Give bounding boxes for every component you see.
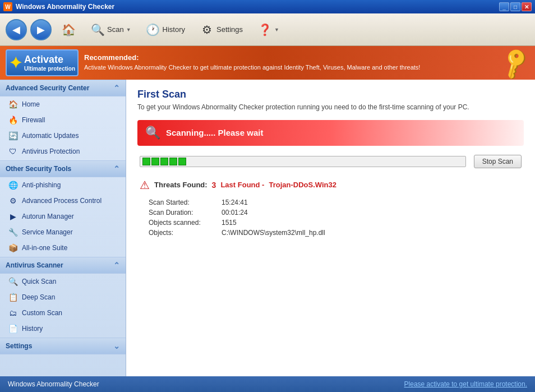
sidebar-item-quick-label: Quick Scan	[22, 278, 56, 285]
activate-label: Activate	[24, 54, 75, 66]
threats-icon: ⚠	[140, 178, 150, 192]
page-title: First Scan	[137, 89, 524, 100]
sidebar-item-process-control[interactable]: ⚙ Advanced Process Control	[0, 193, 126, 209]
sidebar-item-deep-scan[interactable]: 📋 Deep Scan	[0, 289, 126, 305]
sidebar-section4-title: Settings	[6, 342, 32, 350]
suite-icon: 📦	[8, 243, 18, 253]
sidebar-section-security: Advanced Security Center ⌃ 🏠 Home 🔥 Fire…	[0, 80, 126, 159]
banner-title: Recommended:	[84, 53, 529, 62]
collapse-icon-security: ⌃	[113, 84, 120, 93]
sidebar-item-autorun-label: Autorun Manager	[22, 213, 74, 220]
stat-row-objects: Objects: C:\WINDOWS\system32\mll_hp.dll	[149, 229, 524, 237]
stop-scan-button[interactable]: Stop Scan	[474, 155, 522, 168]
sidebar-header-scanner[interactable]: Antivirus Scanner ⌃	[0, 257, 126, 274]
stat-value-started: 15:24:41	[222, 199, 248, 206]
sidebar-header-security[interactable]: Advanced Security Center ⌃	[0, 80, 126, 96]
status-activate-link[interactable]: Please activate to get ultimate protecti…	[404, 380, 527, 388]
sidebar-item-all-in-one[interactable]: 📦 All-in-one Suite	[0, 240, 126, 256]
scan-icon: 🔍	[90, 22, 105, 37]
stat-value-duration: 00:01:24	[222, 209, 248, 216]
status-bar: Windows Abnormality Checker Please activ…	[0, 376, 535, 392]
sidebar-item-antivirus[interactable]: 🛡 Antivirus Protection	[0, 144, 126, 159]
sidebar-item-updates[interactable]: 🔄 Automatic Updates	[0, 128, 126, 144]
stat-label-started: Scan Started:	[149, 199, 222, 206]
last-found-label: Last Found -	[220, 181, 264, 189]
scan-label: Scan	[107, 25, 124, 34]
settings-button[interactable]: ⚙ Settings	[193, 20, 249, 40]
close-button[interactable]: ✕	[522, 2, 532, 11]
app-icon: W	[3, 2, 12, 11]
progress-block-1	[142, 158, 150, 165]
settings-label: Settings	[216, 25, 243, 34]
stat-row-objects-scanned: Objects scanned: 1515	[149, 219, 524, 227]
sidebar-item-custom-label: Custom Scan	[22, 309, 62, 317]
updates-icon: 🔄	[8, 131, 18, 141]
sidebar-item-home[interactable]: 🏠 Home	[0, 96, 126, 112]
title-bar: W Windows Abnormality Checker _ □ ✕	[0, 0, 535, 13]
stat-label-objects-scanned: Objects scanned:	[149, 219, 222, 227]
maximize-button[interactable]: □	[510, 2, 520, 11]
main-layout: Advanced Security Center ⌃ 🏠 Home 🔥 Fire…	[0, 80, 535, 376]
custom-scan-icon: 🗂	[8, 308, 18, 318]
star-icon: ✦	[9, 54, 22, 72]
minimize-button[interactable]: _	[499, 2, 509, 11]
progress-block-5	[178, 158, 186, 165]
sidebar-section-settings: Settings ⌄	[0, 338, 126, 354]
progress-fill	[140, 156, 188, 167]
scanning-icon: 🔍	[145, 126, 160, 140]
home-icon: 🏠	[8, 99, 18, 109]
sidebar-item-updates-label: Automatic Updates	[22, 132, 79, 140]
help-button[interactable]: ❓ ▼	[251, 20, 285, 40]
window-controls: _ □ ✕	[499, 2, 532, 11]
progress-bar	[140, 156, 466, 167]
activate-box[interactable]: ✦ Activate Ultimate protection	[6, 49, 79, 76]
scanning-status-bar: 🔍 Scanning..... Please wait	[137, 120, 524, 146]
scan-button[interactable]: 🔍 Scan ▼	[84, 20, 137, 40]
stat-row-started: Scan Started: 15:24:41	[149, 199, 524, 206]
activation-banner: ✦ Activate Ultimate protection Recommend…	[0, 46, 535, 80]
stat-value-objects-scanned: 1515	[222, 219, 237, 227]
sidebar-item-custom-scan[interactable]: 🗂 Custom Scan	[0, 305, 126, 321]
progress-block-2	[151, 158, 159, 165]
home-button[interactable]: 🏠	[55, 20, 82, 40]
sidebar-item-service-manager[interactable]: 🔧 Service Manager	[0, 224, 126, 240]
progress-block-4	[169, 158, 177, 165]
threats-summary: ⚠ Threats Found: 3 Last Found - Trojan-D…	[137, 178, 524, 192]
threats-count: 3	[212, 181, 216, 190]
sidebar-item-history-label: History	[22, 325, 43, 333]
sidebar-item-antiphishing-label: Anti-phishing	[22, 181, 61, 189]
sidebar-section3-title: Antivirus Scanner	[6, 261, 63, 269]
sidebar-item-firewall-label: Firewall	[22, 116, 45, 124]
content-area: First Scan To get your Windows Abnormali…	[126, 80, 535, 376]
collapse-icon-settings: ⌄	[113, 342, 120, 351]
sidebar-item-autorun[interactable]: ▶ Autorun Manager	[0, 209, 126, 224]
sidebar-item-suite-label: All-in-one Suite	[22, 244, 67, 252]
sidebar-section-scanner: Antivirus Scanner ⌃ 🔍 Quick Scan 📋 Deep …	[0, 257, 126, 336]
page-subtitle: To get your Windows Abnormality Checker …	[137, 103, 524, 112]
history-scan-icon: 📄	[8, 324, 18, 334]
forward-button[interactable]: ▶	[30, 19, 52, 40]
autorun-icon: ▶	[8, 211, 18, 222]
sidebar-header-settings[interactable]: Settings ⌄	[0, 338, 126, 354]
activate-sub: Ultimate protection	[24, 66, 75, 72]
progress-area: Stop Scan	[137, 155, 524, 168]
sidebar-item-firewall[interactable]: 🔥 Firewall	[0, 112, 126, 128]
last-found-value: Trojan-DDoS.Win32	[269, 181, 336, 189]
history-icon: 🕐	[146, 22, 160, 37]
sidebar-section2-title: Other Security Tools	[6, 165, 71, 173]
history-label: History	[163, 25, 185, 34]
sidebar-item-antivirus-label: Antivirus Protection	[22, 147, 80, 155]
help-dropdown-arrow: ▼	[274, 27, 279, 33]
progress-block-3	[160, 158, 168, 165]
status-app-name: Windows Abnormality Checker	[8, 380, 99, 388]
history-button[interactable]: 🕐 History	[140, 20, 191, 40]
stat-row-duration: Scan Duration: 00:01:24	[149, 209, 524, 216]
sidebar-section1-title: Advanced Security Center	[6, 84, 89, 92]
sidebar-item-quick-scan[interactable]: 🔍 Quick Scan	[0, 274, 126, 289]
back-button[interactable]: ◀	[6, 19, 27, 40]
sidebar-header-tools[interactable]: Other Security Tools ⌃	[0, 160, 126, 177]
sidebar-item-antiphishing[interactable]: 🌐 Anti-phishing	[0, 177, 126, 193]
sidebar-item-history[interactable]: 📄 History	[0, 321, 126, 336]
sidebar-item-service-label: Service Manager	[22, 228, 73, 236]
deep-scan-icon: 📋	[8, 292, 18, 302]
